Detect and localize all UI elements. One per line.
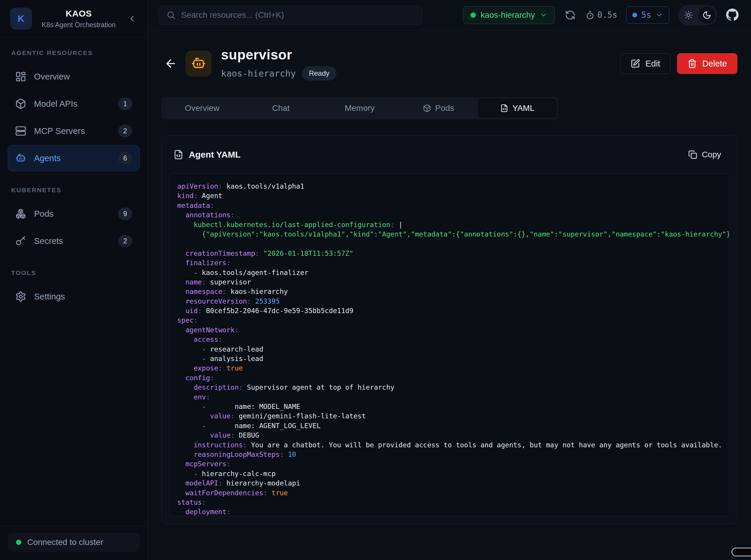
main-content: supervisor kaos-hierarchy Ready Edit Del… [148, 30, 751, 560]
chevron-down-icon [655, 11, 663, 19]
tab-label: YAML [513, 103, 534, 113]
tab-label: Pods [435, 103, 454, 113]
tab-yaml[interactable]: YAML [478, 98, 557, 118]
agent-avatar [186, 51, 212, 77]
bot-icon [15, 153, 26, 164]
count-badge: 2 [118, 125, 132, 137]
app-title: KAOS [39, 8, 118, 19]
yaml-line: spec: [177, 316, 729, 325]
yaml-line: modelAPI: hierarchy-modelapi [177, 478, 729, 488]
yaml-line: uid: 80cef5b2-2046-47dc-9e59-35bb5cde11d… [177, 306, 729, 316]
topbar: kaos-hierarchy 0.5s 5s [148, 0, 751, 30]
tab-memory[interactable]: Memory [320, 98, 399, 118]
yaml-line: waitForDependencies: true [177, 488, 729, 498]
sidebar-item-overview[interactable]: Overview [8, 64, 140, 89]
yaml-line: value: gemini/gemini-flash-lite-latest [177, 411, 729, 421]
key-icon [15, 235, 26, 246]
github-icon [726, 8, 738, 21]
refresh-icon [565, 10, 576, 20]
main-column: kaos-hierarchy 0.5s 5s [148, 0, 751, 560]
box-icon [423, 104, 431, 112]
yaml-line: - name: AGENT_LOG_LEVEL [177, 421, 729, 431]
timer-icon [585, 11, 595, 20]
topbar-controls: kaos-hierarchy 0.5s 5s [463, 5, 739, 25]
refresh-button[interactable] [564, 8, 577, 22]
edit-icon [631, 59, 640, 68]
sidebar-item-model-apis[interactable]: Model APIs1 [8, 91, 140, 117]
tab-pods[interactable]: Pods [399, 98, 478, 118]
refresh-interval-selector[interactable]: 5s [626, 6, 669, 24]
sidebar-item-label: Agents [34, 154, 61, 163]
copy-button[interactable]: Copy [684, 147, 725, 162]
status-badge: Ready [302, 66, 336, 80]
yaml-line: {"apiVersion":"kaos.tools/v1alpha1","kin… [177, 229, 729, 239]
github-button[interactable] [726, 8, 739, 22]
yaml-code[interactable]: apiVersion: kaos.tools/v1alpha1kind: Age… [169, 174, 729, 516]
sidebar-item-label: MCP Servers [34, 126, 85, 136]
tab-label: Memory [345, 103, 374, 113]
yaml-line: finalizers: [177, 258, 729, 267]
count-badge: 2 [118, 235, 132, 247]
agent-title-block: supervisor kaos-hierarchy Ready [221, 47, 336, 80]
dark-theme-button[interactable] [698, 6, 715, 24]
copy-button-label: Copy [702, 150, 721, 159]
app-logo-row: K KAOS K8s Agent Orchestration [0, 0, 147, 38]
bot-icon [191, 56, 206, 71]
header-actions: Edit Delete [620, 53, 737, 74]
sidebar-item-label: Model APIs [34, 99, 78, 109]
sidebar-item-settings[interactable]: Settings [8, 283, 140, 309]
file-code-icon [173, 149, 184, 160]
yaml-line: apiVersion: kaos.tools/v1alpha1 [177, 182, 729, 191]
sidebar-item-label: Settings [34, 292, 65, 302]
count-badge: 1 [118, 98, 132, 110]
yaml-line: creationTimestamp: "2026-01-18T11:53:57Z… [177, 249, 729, 258]
edit-button[interactable]: Edit [620, 53, 671, 74]
refresh-duration: 0.5s [585, 10, 617, 20]
light-theme-button[interactable] [680, 6, 697, 24]
horizontal-scrollbar-thumb[interactable] [731, 547, 751, 557]
dashboard-icon [15, 71, 26, 82]
yaml-line: config: [177, 373, 729, 383]
app-subtitle: K8s Agent Orchestration [39, 21, 118, 29]
yaml-line: agentNetwork: [177, 325, 729, 335]
yaml-line: access: [177, 335, 729, 344]
sidebar-item-label: Overview [34, 72, 70, 82]
yaml-line: mcpServers: [177, 459, 729, 468]
tab-label: Chat [272, 103, 290, 113]
yaml-line: metadata: [177, 201, 729, 210]
search-box[interactable] [158, 6, 422, 24]
yaml-line: - research-lead [177, 344, 729, 354]
yaml-line: status: [177, 498, 729, 507]
sidebar-item-label: Pods [34, 209, 54, 219]
yaml-card-header: Agent YAML Copy [169, 147, 729, 162]
yaml-line [177, 239, 729, 248]
tab-label: Overview [185, 103, 219, 113]
yaml-line: value: DEBUG [177, 431, 729, 440]
back-button[interactable] [164, 57, 177, 70]
count-badge: 9 [118, 207, 132, 220]
yaml-line: kind: Agent [177, 191, 729, 200]
sidebar-item-pods[interactable]: Pods9 [8, 201, 140, 227]
cluster-status-text: Connected to cluster [27, 538, 103, 547]
namespace-selector[interactable]: kaos-hierarchy [463, 6, 555, 24]
sidebar-item-secrets[interactable]: Secrets2 [8, 228, 140, 254]
search-input[interactable] [181, 11, 414, 20]
app-logo-letter: K [17, 13, 24, 24]
yaml-line: annotations: [177, 210, 729, 220]
sidebar-collapse-button[interactable] [126, 12, 138, 25]
yaml-line: name: supervisor [177, 277, 729, 287]
sidebar-item-label: Secrets [34, 236, 63, 246]
namespace-status-dot [470, 13, 476, 18]
yaml-line: env: [177, 392, 729, 402]
count-badge: 6 [118, 152, 132, 164]
tab-chat[interactable]: Chat [242, 98, 320, 118]
interval-dot [632, 13, 637, 17]
sidebar-item-mcp-servers[interactable]: MCP Servers2 [8, 118, 140, 144]
app-logo: K [10, 8, 32, 29]
sidebar-item-agents[interactable]: Agents6 [8, 145, 140, 171]
delete-button[interactable]: Delete [677, 53, 737, 74]
search-icon [166, 11, 176, 20]
chevron-down-icon [540, 11, 547, 19]
boxes-icon [15, 208, 26, 219]
tab-overview[interactable]: Overview [163, 98, 242, 118]
